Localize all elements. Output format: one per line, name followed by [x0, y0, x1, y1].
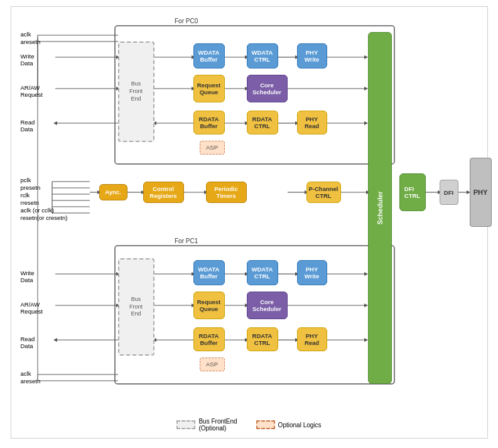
- legend-optional-logics-icon: [256, 420, 275, 429]
- scheduler-bar: Scheduler: [368, 32, 392, 384]
- aresetn-label-top: aresetn: [21, 38, 41, 45]
- control-registers-block: ControlRegisters: [143, 182, 184, 203]
- aclk-label-bottom: aclk: [21, 370, 31, 377]
- wdata-ctrl-bottom: WDATACTRL: [247, 260, 278, 285]
- phy-block: PHY: [470, 158, 492, 227]
- phy-write-top: PHYWrite: [297, 43, 327, 68]
- connection-lines: For PC0 For PC1: [18, 13, 482, 415]
- resetn-cresetn-label: resetn(or cresetn): [21, 214, 68, 221]
- svg-marker-63: [53, 338, 57, 342]
- rdata-ctrl-top: RDATACTRL: [247, 111, 278, 134]
- aclk-label-top: aclk: [21, 31, 31, 38]
- ar-aw-label-bottom: AR/AWRequest: [21, 301, 43, 315]
- request-queue-bottom: RequestQueue: [193, 292, 225, 319]
- presetn-label: presetn: [21, 184, 41, 191]
- phy-read-top: PHYRead: [297, 111, 327, 134]
- legend-bus-frontend: Bus FrontEnd(Optional): [176, 418, 237, 432]
- ar-aw-label: AR/AWRequest: [21, 84, 43, 98]
- p-channel-ctrl-block: P-ChannelCTRL: [306, 182, 341, 203]
- dfi-block: DFI: [440, 180, 458, 205]
- diagram-container: For PC0 For PC1: [11, 6, 488, 439]
- svg-text:For PC0: For PC0: [175, 18, 198, 25]
- read-data-label-top: ReadData: [21, 119, 35, 133]
- write-data-label-bottom: WriteData: [21, 270, 35, 283]
- phy-read-bottom: PHYRead: [297, 327, 327, 351]
- svg-marker-13: [53, 121, 57, 125]
- scheduler-label: Scheduler: [376, 191, 384, 224]
- wdata-buffer-bottom: WDATABuffer: [193, 260, 225, 285]
- asp-bottom: ASP: [200, 358, 225, 371]
- rclk-label: rclk: [21, 192, 30, 199]
- svg-marker-33: [364, 121, 368, 125]
- rresetn-label: rresetn: [21, 199, 40, 206]
- svg-marker-83: [364, 338, 368, 342]
- phy-write-bottom: PHYWrite: [297, 260, 327, 285]
- legend: Bus FrontEnd(Optional) Optional Logics: [18, 418, 481, 432]
- aresetn-label-bottom: aresetn: [21, 378, 41, 385]
- wdata-ctrl-top: WDATACTRL: [247, 43, 278, 68]
- svg-text:For PC1: For PC1: [175, 238, 198, 244]
- read-data-label-bottom: ReadData: [21, 336, 35, 349]
- asp-top: ASP: [200, 141, 225, 155]
- svg-marker-21: [364, 55, 368, 59]
- svg-marker-71: [364, 272, 368, 276]
- svg-marker-77: [364, 303, 368, 307]
- write-data-label: WriteData: [21, 53, 35, 67]
- wdata-buffer-top: WDATABuffer: [193, 43, 225, 68]
- periodic-timers-block: PeriodicTimers: [206, 182, 247, 203]
- request-queue-top: RequestQueue: [193, 75, 225, 102]
- rdata-buffer-top: RDATABuffer: [193, 111, 225, 134]
- legend-optional-logics-label: Optional Logics: [278, 422, 322, 429]
- legend-bus-frontend-label: Bus FrontEnd(Optional): [198, 418, 237, 432]
- diagram-inner: For PC0 For PC1: [18, 13, 482, 415]
- svg-marker-27: [364, 87, 368, 90]
- legend-optional-logics: Optional Logics: [256, 418, 322, 432]
- rdata-buffer-bottom: RDATABuffer: [193, 327, 225, 351]
- core-scheduler-bottom: CoreScheduler: [247, 292, 288, 319]
- async-block: Aync.: [99, 184, 127, 200]
- rdata-ctrl-bottom: RDATACTRL: [247, 327, 278, 351]
- legend-bus-frontend-icon: [176, 420, 195, 429]
- bus-front-end-bottom: BusFrontEnd: [118, 258, 154, 356]
- pclk-label: pclk: [21, 177, 31, 183]
- core-scheduler-top: CoreScheduler: [247, 75, 288, 102]
- aclk-cclk-label: aclk (or cclk): [21, 207, 54, 214]
- dfi-ctrl-block: DFICTRL: [399, 173, 426, 211]
- bus-front-end-top: BusFrontEnd: [118, 41, 154, 142]
